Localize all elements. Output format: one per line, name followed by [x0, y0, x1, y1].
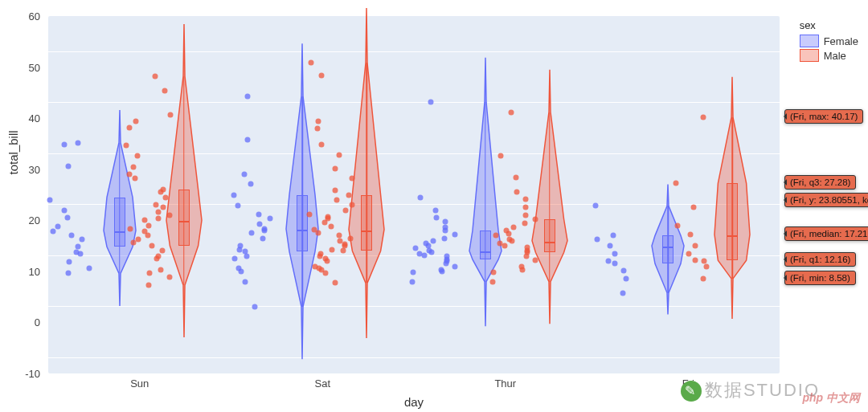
data-point[interactable] [153, 202, 158, 208]
data-point[interactable] [64, 215, 70, 221]
data-point[interactable] [333, 280, 338, 286]
data-point[interactable] [268, 216, 273, 222]
data-point[interactable] [242, 279, 248, 284]
data-point[interactable] [319, 73, 325, 79]
data-point[interactable] [433, 207, 439, 213]
data-point[interactable] [231, 192, 236, 198]
data-point[interactable] [134, 153, 140, 158]
data-point[interactable] [248, 230, 254, 236]
data-point[interactable] [497, 240, 503, 246]
data-point[interactable] [323, 255, 329, 261]
data-point[interactable] [493, 233, 499, 239]
data-point[interactable] [674, 222, 680, 228]
data-point[interactable] [257, 222, 263, 227]
data-point[interactable] [612, 251, 617, 257]
data-point[interactable] [133, 118, 138, 124]
data-point[interactable] [231, 255, 237, 261]
data-point[interactable] [673, 181, 678, 186]
data-point[interactable] [317, 251, 323, 257]
data-point[interactable] [522, 197, 528, 202]
data-point[interactable] [235, 203, 241, 209]
data-point[interactable] [315, 118, 321, 124]
data-point[interactable] [260, 235, 265, 241]
data-point[interactable] [610, 233, 616, 239]
data-point[interactable] [86, 266, 92, 271]
box[interactable] [361, 195, 372, 251]
data-point[interactable] [504, 228, 510, 234]
data-point[interactable] [147, 271, 153, 276]
data-point[interactable] [235, 266, 241, 271]
data-point[interactable] [145, 222, 151, 228]
data-point[interactable] [522, 221, 527, 226]
data-point[interactable] [166, 212, 172, 218]
data-point[interactable] [47, 197, 52, 202]
data-point[interactable] [701, 259, 706, 264]
data-point[interactable] [61, 207, 67, 213]
data-point[interactable] [155, 210, 161, 215]
data-point[interactable] [256, 211, 261, 217]
data-point[interactable] [127, 125, 133, 131]
data-point[interactable] [166, 275, 172, 280]
data-point[interactable] [452, 232, 457, 238]
data-point[interactable] [692, 258, 698, 263]
data-point[interactable] [141, 228, 147, 234]
box[interactable] [114, 198, 125, 247]
data-point[interactable] [133, 176, 138, 182]
data-point[interactable] [76, 244, 81, 250]
data-point[interactable] [692, 243, 698, 249]
data-point[interactable] [430, 238, 436, 243]
data-point[interactable] [701, 115, 706, 120]
data-point[interactable] [333, 166, 338, 172]
data-point[interactable] [444, 253, 449, 259]
data-point[interactable] [443, 225, 448, 230]
data-point[interactable] [510, 224, 516, 230]
data-point[interactable] [346, 192, 351, 198]
data-point[interactable] [319, 142, 325, 148]
data-point[interactable] [441, 235, 447, 241]
data-point[interactable] [326, 214, 331, 219]
data-point[interactable] [605, 259, 611, 264]
data-point[interactable] [314, 125, 320, 131]
data-point[interactable] [168, 112, 174, 118]
legend-item-male[interactable]: Male [800, 49, 858, 62]
data-point[interactable] [332, 187, 338, 193]
data-point[interactable] [242, 172, 248, 177]
data-point[interactable] [413, 246, 419, 251]
data-point[interactable] [160, 205, 166, 210]
data-point[interactable] [156, 216, 162, 222]
box[interactable] [297, 195, 308, 252]
data-point[interactable] [131, 165, 137, 170]
data-point[interactable] [65, 271, 71, 276]
box[interactable] [662, 235, 674, 263]
data-point[interactable] [80, 237, 85, 243]
data-point[interactable] [452, 263, 458, 269]
data-point[interactable] [686, 251, 691, 257]
data-point[interactable] [514, 174, 519, 180]
data-point[interactable] [237, 243, 243, 249]
data-point[interactable] [158, 267, 164, 272]
data-point[interactable] [428, 100, 434, 105]
data-point[interactable] [252, 304, 258, 309]
data-point[interactable] [135, 236, 141, 242]
box[interactable] [480, 230, 491, 259]
data-point[interactable] [594, 236, 600, 242]
data-point[interactable] [329, 247, 334, 252]
data-point[interactable] [489, 279, 495, 284]
data-point[interactable] [514, 189, 519, 194]
data-point[interactable] [248, 181, 253, 186]
data-point[interactable] [309, 60, 314, 66]
data-point[interactable] [76, 140, 81, 145]
data-point[interactable] [336, 233, 342, 239]
data-point[interactable] [524, 244, 530, 250]
data-point[interactable] [163, 194, 169, 200]
data-point[interactable] [507, 236, 513, 242]
data-point[interactable] [74, 249, 80, 255]
data-point[interactable] [311, 226, 317, 232]
data-point[interactable] [61, 142, 67, 148]
data-point[interactable] [123, 143, 129, 149]
data-point[interactable] [687, 232, 693, 238]
data-point[interactable] [127, 226, 133, 232]
data-point[interactable] [350, 202, 355, 208]
data-point[interactable] [612, 261, 617, 267]
data-point[interactable] [55, 223, 60, 229]
